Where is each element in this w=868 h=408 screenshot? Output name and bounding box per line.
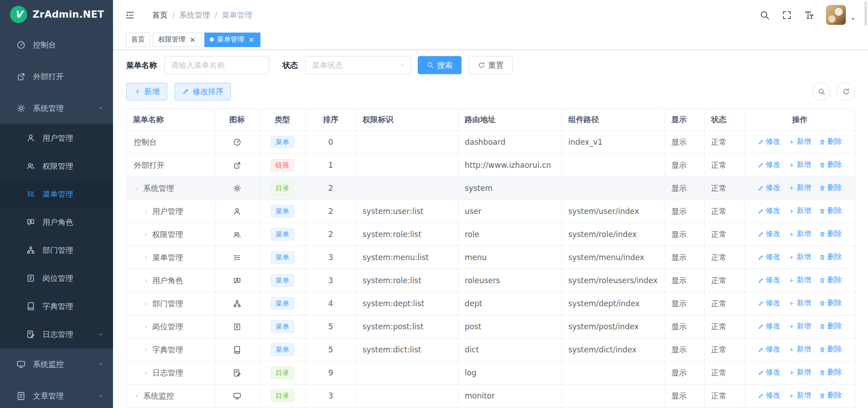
status-value: 正常: [711, 322, 726, 331]
row-add-link[interactable]: 新增: [788, 137, 811, 147]
row-edit-link[interactable]: 修改: [758, 229, 780, 239]
menu-icon-cell: [215, 223, 259, 246]
row-edit-link[interactable]: 修改: [758, 275, 780, 285]
row-delete-link[interactable]: 删除: [819, 137, 842, 147]
row-delete-link[interactable]: 删除: [819, 322, 842, 331]
row-edit-link[interactable]: 修改: [758, 206, 780, 216]
tab-0[interactable]: 首页: [126, 33, 150, 47]
menu-icon-cell: [215, 292, 259, 315]
chevron-right-icon[interactable]: [143, 209, 149, 214]
search-button[interactable]: 搜索: [418, 56, 462, 74]
chevron-right-icon[interactable]: [143, 347, 149, 353]
row-add-link[interactable]: 新增: [788, 206, 811, 216]
chevron-right-icon[interactable]: [143, 278, 149, 284]
chevron-right-icon[interactable]: [143, 370, 149, 376]
table-row: 系统监控目录3monitor显示正常修改新增删除: [127, 384, 855, 408]
sidebar-item-roleusers[interactable]: 用户角色: [0, 208, 113, 236]
avatar[interactable]: [826, 5, 846, 25]
status-value: 正常: [711, 391, 726, 400]
row-delete-link[interactable]: 删除: [819, 345, 842, 354]
sidebar-item-user[interactable]: 用户管理: [0, 124, 113, 152]
row-edit-link[interactable]: 修改: [758, 345, 780, 354]
row-edit-link[interactable]: 修改: [758, 299, 780, 308]
row-add-link[interactable]: 新增: [788, 322, 811, 331]
row-add-link[interactable]: 新增: [788, 345, 811, 354]
chevron-down-icon[interactable]: [134, 185, 140, 191]
refresh-table-button[interactable]: [837, 82, 855, 100]
row-edit-link[interactable]: 修改: [758, 368, 780, 377]
row-add-link[interactable]: 新增: [788, 275, 811, 285]
sidebar-item-log[interactable]: 日志管理: [0, 320, 113, 348]
row-delete-label: 删除: [827, 137, 842, 147]
sidebar-item-dict[interactable]: 字典管理: [0, 292, 113, 320]
status-value: 正常: [711, 184, 726, 193]
user-menu[interactable]: [826, 5, 856, 25]
plus-icon: [788, 185, 795, 191]
sidebar-item-menu[interactable]: 菜单管理: [0, 180, 113, 208]
trash-icon: [819, 208, 826, 214]
row-edit-link[interactable]: 修改: [758, 391, 780, 400]
chevron-right-icon[interactable]: [143, 255, 149, 261]
row-add-link[interactable]: 新增: [788, 160, 811, 170]
plus-icon: [788, 139, 795, 145]
sidebar-item-post[interactable]: 岗位管理: [0, 264, 113, 292]
sidebar-item-monitor[interactable]: 系统监控: [0, 348, 113, 380]
row-add-link[interactable]: 新增: [788, 229, 811, 239]
row-edit-link[interactable]: 修改: [758, 137, 780, 147]
toggle-search-button[interactable]: [812, 82, 830, 100]
row-delete-link[interactable]: 删除: [819, 206, 842, 216]
hamburger-icon[interactable]: [125, 10, 135, 20]
sort-button[interactable]: 修改排序: [175, 83, 231, 100]
row-edit-link[interactable]: 修改: [758, 160, 780, 170]
tab-close-icon[interactable]: ×: [248, 36, 255, 43]
row-add-link[interactable]: 新增: [788, 299, 811, 308]
sidebar-item-external[interactable]: 外部打开: [0, 61, 113, 92]
search-icon[interactable]: [760, 10, 770, 20]
row-delete-link[interactable]: 删除: [819, 183, 842, 193]
font-size-icon[interactable]: [804, 10, 814, 20]
row-delete-link[interactable]: 删除: [819, 160, 842, 170]
reset-button[interactable]: 重置: [469, 56, 513, 74]
fullscreen-icon[interactable]: [782, 10, 792, 20]
sidebar-item-article[interactable]: 文章管理: [0, 380, 113, 408]
chevron-right-icon[interactable]: [143, 324, 149, 330]
row-edit-link[interactable]: 修改: [758, 322, 780, 331]
sort-value: 3: [328, 391, 333, 400]
add-button[interactable]: 新增: [126, 83, 167, 100]
menu-name-input[interactable]: [164, 56, 269, 74]
chevron-right-icon[interactable]: [134, 393, 140, 399]
scrollbar[interactable]: [864, 1, 867, 26]
row-delete-link[interactable]: 删除: [819, 275, 842, 285]
sort-value: 2: [328, 184, 333, 193]
sidebar-item-system[interactable]: 系统管理: [0, 92, 113, 124]
breadcrumb-item[interactable]: 首页: [152, 10, 168, 20]
sidebar-item-role[interactable]: 权限管理: [0, 152, 113, 180]
row-delete-link[interactable]: 删除: [819, 391, 842, 400]
sidebar-item-dept[interactable]: 部门管理: [0, 236, 113, 264]
tab-close-icon[interactable]: ×: [189, 36, 196, 43]
tab-1[interactable]: 权限管理×: [153, 33, 202, 47]
menu-name: 用户角色: [152, 275, 183, 286]
sidebar-item-label: 岗位管理: [42, 273, 73, 284]
sidebar-item-dashboard[interactable]: 控制台: [0, 29, 113, 61]
row-delete-link[interactable]: 删除: [819, 368, 842, 377]
row-add-link[interactable]: 新增: [788, 252, 811, 262]
row-delete-link[interactable]: 删除: [819, 299, 842, 308]
sidebar-item-label: 字典管理: [42, 301, 73, 312]
route-value: roleusers: [465, 276, 500, 285]
row-add-link[interactable]: 新增: [788, 183, 811, 193]
breadcrumb-item[interactable]: 系统管理: [179, 10, 210, 20]
row-delete-link[interactable]: 删除: [819, 252, 842, 262]
chevron-right-icon[interactable]: [143, 232, 149, 237]
row-edit-link[interactable]: 修改: [758, 252, 780, 262]
row-add-link[interactable]: 新增: [788, 368, 811, 377]
perms-value: system:role:list: [363, 276, 421, 285]
trash-icon: [819, 139, 826, 145]
tab-2[interactable]: 菜单管理×: [204, 33, 260, 47]
row-delete-link[interactable]: 删除: [819, 229, 842, 239]
row-edit-link[interactable]: 修改: [758, 183, 780, 193]
chevron-right-icon[interactable]: [143, 301, 149, 307]
menu-icon: [233, 253, 241, 262]
row-add-link[interactable]: 新增: [788, 391, 811, 400]
status-select[interactable]: 菜单状态: [305, 56, 411, 74]
